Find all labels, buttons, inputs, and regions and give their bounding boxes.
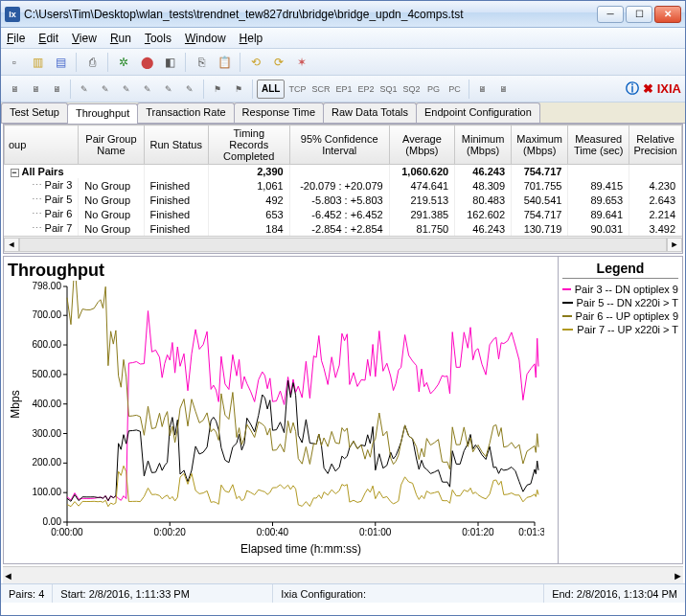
- menu-run[interactable]: Run: [110, 32, 131, 45]
- monitor1-icon[interactable]: 🖥: [5, 80, 24, 99]
- scroll-left-icon[interactable]: ◄: [4, 238, 19, 252]
- svg-text:100.00: 100.00: [32, 487, 61, 497]
- print-icon[interactable]: ⎙: [82, 53, 102, 72]
- results-grid: oup Pair GroupName Run Status Timing Rec…: [3, 124, 683, 254]
- chart-panel: Throughput 0.00100.00200.00300.00400.005…: [3, 256, 683, 564]
- flag1-icon[interactable]: ⚑: [208, 80, 227, 99]
- paste-icon[interactable]: 📋: [215, 53, 234, 72]
- col-minimum[interactable]: Minimum(Mbps): [455, 125, 512, 165]
- table-row[interactable]: ⋯ Pair 6No GroupFinished653-6.452 : +6.4…: [5, 207, 682, 221]
- menu-window[interactable]: Window: [185, 32, 226, 45]
- scroll-left-icon[interactable]: ◄: [3, 570, 13, 582]
- open-icon[interactable]: ▥: [28, 53, 47, 72]
- window-title: C:\Users\Tim\Desktop\wlan_tests\trendnet…: [24, 8, 597, 21]
- scroll-right-icon[interactable]: ►: [673, 570, 683, 582]
- filter-tcp[interactable]: TCP: [286, 80, 308, 99]
- col-pair-group-name[interactable]: Pair GroupName: [79, 125, 144, 165]
- tab-raw-data-totals[interactable]: Raw Data Totals: [323, 103, 417, 123]
- svg-text:700.00: 700.00: [32, 309, 61, 320]
- col-average[interactable]: Average(Mbps): [389, 125, 455, 165]
- table-row[interactable]: ⋯ Pair 7No GroupFinished184-2.854 : +2.8…: [5, 221, 682, 236]
- filter-ep1[interactable]: EP1: [333, 80, 354, 99]
- svg-text:0:00:20: 0:00:20: [154, 527, 187, 537]
- edit2-icon[interactable]: ✎: [96, 80, 115, 99]
- menu-view[interactable]: View: [72, 32, 97, 45]
- menu-help[interactable]: Help: [240, 32, 263, 45]
- svg-text:0:00:40: 0:00:40: [257, 527, 289, 537]
- next-icon[interactable]: ⟳: [269, 53, 288, 72]
- copy-icon[interactable]: ⎘: [192, 53, 211, 72]
- legend-item[interactable]: Pair 3 -- DN optiplex 9: [562, 283, 678, 296]
- legend-item[interactable]: Pair 6 -- UP optiplex 9: [562, 309, 678, 323]
- col-relative-precision[interactable]: RelativePrecision: [629, 125, 682, 165]
- menu-tools[interactable]: Tools: [145, 32, 172, 45]
- scroll-right-icon[interactable]: ►: [667, 238, 682, 252]
- filter-ep2[interactable]: EP2: [355, 80, 376, 99]
- tab-test-setup[interactable]: Test Setup: [1, 103, 68, 123]
- legend-item[interactable]: Pair 5 -- DN x220i > T: [562, 296, 678, 309]
- titlebar: Ix C:\Users\Tim\Desktop\wlan_tests\trend…: [1, 1, 685, 28]
- new-icon[interactable]: ▫: [5, 53, 24, 72]
- separator: [76, 53, 77, 72]
- filter-all[interactable]: ALL: [257, 80, 285, 99]
- grid-hscroll[interactable]: ◄ ►: [4, 236, 682, 253]
- tab-throughput[interactable]: Throughput: [67, 103, 138, 124]
- monitor4-icon[interactable]: 🖥: [473, 80, 492, 99]
- svg-text:0:01:00: 0:01:00: [359, 527, 392, 537]
- status-start: Start: 2/8/2016, 1:11:33 PM: [53, 584, 273, 603]
- monitor5-icon[interactable]: 🖥: [494, 80, 514, 99]
- scroll-track[interactable]: [19, 238, 667, 252]
- app-icon: Ix: [5, 7, 20, 22]
- tab-endpoint-config[interactable]: Endpoint Configuration: [416, 103, 540, 123]
- filter-pc[interactable]: PC: [446, 80, 465, 99]
- legend-line-icon: [562, 302, 573, 304]
- tab-transaction-rate[interactable]: Transaction Rate: [137, 103, 234, 123]
- edit6-icon[interactable]: ✎: [180, 80, 199, 99]
- filter-pg[interactable]: PG: [424, 80, 444, 99]
- save-icon[interactable]: ▤: [51, 53, 70, 72]
- col-group[interactable]: oup: [5, 125, 79, 165]
- svg-text:0.00: 0.00: [43, 516, 62, 527]
- maximize-button[interactable]: ☐: [626, 6, 652, 23]
- run-icon[interactable]: ✲: [114, 53, 133, 72]
- col-confidence[interactable]: 95% ConfidenceInterval: [289, 125, 389, 165]
- edit3-icon[interactable]: ✎: [117, 80, 136, 99]
- separator: [70, 80, 71, 99]
- menubar: File Edit View Run Tools Window Help: [1, 28, 685, 49]
- col-measured-time[interactable]: MeasuredTime (sec): [568, 125, 629, 165]
- tab-response-time[interactable]: Response Time: [234, 103, 324, 123]
- table-row[interactable]: ⋯ Pair 3No GroupFinished1,061-20.079 : +…: [5, 178, 682, 193]
- col-timing-records[interactable]: Timing RecordsCompleted: [208, 125, 289, 165]
- monitor3-icon[interactable]: 🖥: [47, 80, 66, 99]
- prev-icon[interactable]: ⟲: [246, 53, 265, 72]
- flag2-icon[interactable]: ⚑: [229, 80, 248, 99]
- menu-file[interactable]: File: [7, 32, 25, 45]
- separator: [203, 80, 204, 99]
- filter-sq1[interactable]: SQ1: [378, 80, 400, 99]
- minimize-button[interactable]: ─: [597, 6, 624, 23]
- monitor2-icon[interactable]: 🖥: [26, 80, 45, 99]
- collapse-icon[interactable]: −: [11, 169, 19, 177]
- pause-icon[interactable]: ◧: [160, 53, 179, 72]
- edit1-icon[interactable]: ✎: [75, 80, 94, 99]
- table-row-totals[interactable]: −All Pairs2,3901,060.62046.243754.717: [5, 165, 682, 179]
- filter-sq2[interactable]: SQ2: [401, 80, 423, 99]
- result-tabs: Test Setup Throughput Transaction Rate R…: [1, 103, 685, 124]
- legend-item[interactable]: Pair 7 -- UP x220i > T: [562, 323, 678, 336]
- legend-panel: Legend Pair 3 -- DN optiplex 9Pair 5 -- …: [558, 257, 682, 563]
- close-button[interactable]: ✕: [654, 6, 681, 23]
- svg-text:0:00:00: 0:00:00: [51, 527, 83, 537]
- chart-hscroll[interactable]: ◄ ►: [3, 566, 683, 583]
- col-maximum[interactable]: Maximum(Mbps): [512, 125, 568, 165]
- clear-icon[interactable]: ✶: [292, 53, 311, 72]
- edit4-icon[interactable]: ✎: [138, 80, 157, 99]
- stop-icon[interactable]: ⬤: [137, 53, 156, 72]
- legend-line-icon: [562, 288, 571, 290]
- menu-edit[interactable]: Edit: [38, 32, 58, 45]
- legend-label: Pair 6 -- UP optiplex 9: [576, 310, 678, 322]
- table-row[interactable]: ⋯ Pair 5No GroupFinished492-5.803 : +5.8…: [5, 193, 682, 207]
- filter-scr[interactable]: SCR: [309, 80, 332, 99]
- col-run-status[interactable]: Run Status: [144, 125, 208, 165]
- edit5-icon[interactable]: ✎: [159, 80, 178, 99]
- info-icon[interactable]: ⓘ: [626, 80, 639, 98]
